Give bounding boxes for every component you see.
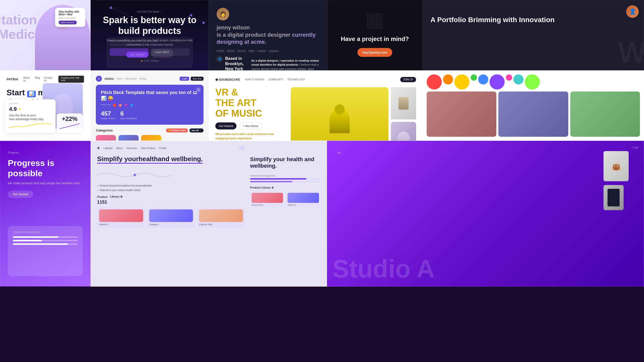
vr-nav-tech[interactable]: TECHNOLOGY bbox=[287, 78, 305, 81]
health-nav-button[interactable]: → bbox=[239, 146, 245, 150]
vr-title: VR & THE ART OF MUSIC bbox=[215, 87, 286, 119]
jenny-link-behance[interactable]: behance bbox=[237, 50, 246, 52]
circle-lime bbox=[525, 74, 540, 89]
vr-buttons: Get Started + See Demo bbox=[215, 122, 286, 129]
health-product-card-1[interactable]: Vitamin C bbox=[97, 207, 145, 228]
pitch-stat-label-1: unique visitors bbox=[101, 117, 115, 120]
health-product-img-1 bbox=[99, 209, 143, 222]
jenny-link-dribbble[interactable]: dribbble bbox=[227, 50, 235, 52]
studio-items: 👜 bbox=[603, 151, 629, 210]
svg-point-8 bbox=[134, 174, 136, 176]
jenny-link-twitter[interactable]: twitter bbox=[249, 50, 255, 52]
meditation-start-btn[interactable]: itation Medicine bbox=[59, 21, 77, 24]
progress-cta-btn[interactable]: Get Started bbox=[8, 191, 33, 198]
jenny-location: 🌐 Based inBrooklyn,New YorkGMT-5 As a di… bbox=[217, 56, 319, 70]
pitch-slidio-icon: S bbox=[96, 76, 102, 82]
health-nav: ⊕ Labeled About Nootropic New Product Pr… bbox=[97, 146, 245, 150]
patria-percent-card: +22% bbox=[57, 113, 83, 133]
patria-rating-num: 4.9 bbox=[9, 106, 17, 112]
pitch-cat-item-3[interactable] bbox=[141, 135, 161, 141]
pitch-stat-label-2: your competitors bbox=[120, 117, 137, 120]
pitch-inner-title: Pitch Deck Template that saves you ton o… bbox=[101, 90, 198, 102]
colorful-photo-3 bbox=[570, 92, 640, 137]
jenny-link-linkedin[interactable]: linkedin bbox=[217, 50, 224, 52]
vr-get-started-btn[interactable]: Get Started bbox=[215, 122, 236, 129]
card-progress: Progress Progress is possible We make pr… bbox=[0, 141, 91, 287]
patria-nav-about[interactable]: About us bbox=[23, 76, 31, 82]
patria-content: PATRIA About us Blog Contact us DOWNLOAD… bbox=[0, 71, 90, 141]
patria-nav-contact[interactable]: Contact us bbox=[44, 76, 53, 82]
card-health: ⊕ Labeled About Nootropic New Product Pr… bbox=[91, 141, 327, 287]
pitch-nav-fullscreen[interactable]: Full product bbox=[125, 77, 137, 80]
portfolio-content: 👤 A Portfolio Brimming with Innovation W bbox=[423, 0, 644, 70]
vr-images: 4.9 ★★★★★ Based on 2,459 reviews bbox=[291, 87, 416, 141]
circle-green bbox=[471, 74, 477, 81]
pitch-close-btn[interactable]: ✕ bbox=[196, 87, 201, 92]
studio-login-btn[interactable]: Login bbox=[633, 146, 639, 149]
studio-bag-illustration: 👜 bbox=[603, 151, 629, 181]
pitch-stat-visitors: 457 unique visitors bbox=[101, 110, 115, 120]
progress-tag: Progress bbox=[8, 151, 83, 154]
health-nav-new[interactable]: New Product bbox=[141, 147, 155, 150]
pitch-see-all-btn[interactable]: See all → bbox=[189, 128, 204, 132]
vr-secondary-images bbox=[391, 87, 416, 141]
health-content: ⊕ Labeled About Nootropic New Product Pr… bbox=[91, 141, 327, 286]
card-colorful bbox=[423, 70, 644, 141]
health-nav-profile[interactable]: Profile bbox=[159, 147, 166, 150]
hp-dots-grid: (function(){ const g = document.currentS… bbox=[367, 14, 382, 29]
card-spark: Let's Get The Spark → Spark is better wa… bbox=[91, 0, 209, 70]
vr-see-demo-btn[interactable]: + See Demo bbox=[239, 122, 262, 129]
pitch-stats: 457 unique visitors 6 your competitors bbox=[101, 110, 198, 120]
vr-nav-community[interactable]: COMMUNITY bbox=[268, 78, 284, 81]
patria-logo: PATRIA bbox=[7, 77, 18, 81]
progress-inner-label: TODAY'S PROGRESS bbox=[13, 231, 78, 234]
vr-join-btn[interactable]: JOIN US bbox=[400, 77, 416, 82]
health-feature-1: ✓ Science-based formulations for persona… bbox=[97, 184, 245, 188]
jenny-location-text: Based inBrooklyn,New YorkGMT-5 bbox=[225, 56, 244, 70]
health-right-product-2[interactable]: Vitamin D bbox=[286, 191, 320, 208]
pitch-cat-item-1[interactable] bbox=[96, 135, 116, 141]
vr-nav-links: HOW IT WORKS COMMUNITY TECHNOLOGY bbox=[245, 78, 305, 81]
pitch-inner-card: ✕ Pitch Deck Template that saves you ton… bbox=[96, 85, 204, 125]
health-right-product-name-2: Vitamin D bbox=[288, 204, 319, 206]
health-product-img-2 bbox=[149, 209, 193, 222]
health-nav-labeled[interactable]: Labeled bbox=[103, 147, 112, 150]
pitch-categories: Categories 🐱 Product Hunt See all → bbox=[96, 128, 204, 141]
pitch-cat-item-2[interactable] bbox=[118, 135, 139, 141]
patria-time-text: Use the time to yourown advantage every … bbox=[9, 114, 52, 121]
pitch-ph-badge[interactable]: 🐱 Product Hunt bbox=[166, 128, 188, 132]
vr-description: We provide users with a truly immersive … bbox=[215, 132, 286, 140]
pitch-nav-about[interactable]: About bbox=[116, 77, 123, 80]
health-right-product-1[interactable]: Calcium Plus bbox=[250, 191, 285, 208]
health-nav-about[interactable]: About bbox=[116, 147, 123, 150]
jenny-link-unsplash[interactable]: unsplash bbox=[257, 50, 266, 52]
pitch-stat-num-1: 457 bbox=[101, 110, 115, 117]
portfolio-w-decoration: W bbox=[618, 35, 644, 70]
patria-nav-blog[interactable]: Blog bbox=[35, 76, 40, 82]
health-nav-nootropic[interactable]: Nootropic bbox=[127, 147, 137, 150]
health-right-features: Science-based approach bbox=[250, 174, 320, 182]
health-product-lib-title: ProductLibrary ⊕ bbox=[97, 195, 245, 198]
patria-download-btn[interactable]: DOWNLOAD THE APP bbox=[58, 76, 84, 83]
patria-nav-links: About us Blog Contact us bbox=[23, 76, 53, 82]
patria-sparkline-svg bbox=[9, 121, 52, 129]
patria-nav: PATRIA About us Blog Contact us DOWNLOAD… bbox=[7, 76, 84, 83]
vr-nav-how[interactable]: HOW IT WORKS bbox=[245, 78, 264, 81]
patria-star-icon: ★ bbox=[18, 107, 21, 111]
progress-inner-card: TODAY'S PROGRESS bbox=[8, 226, 83, 276]
meditation-info-card: Stay healthy with Mind + Med Achieve you… bbox=[55, 8, 85, 27]
pitch-login-btn[interactable]: Login bbox=[180, 77, 189, 81]
patria-ai-icon: 📊 bbox=[27, 91, 36, 97]
pitch-nav-pricing[interactable]: Pricing bbox=[139, 77, 146, 80]
patria-rating: 4.9 ★ bbox=[9, 106, 52, 112]
health-product-card-2[interactable]: Omega 3 bbox=[147, 207, 195, 228]
pitch-cat-actions: 🐱 Product Hunt See all → bbox=[166, 128, 204, 132]
health-product-card-3[interactable]: Calcium Plus bbox=[197, 207, 245, 228]
health-right-product-lib: Product Library ⊕ Calcium Plus Vitamin D bbox=[250, 186, 320, 208]
hp-email-btn[interactable]: hey@jenny.com bbox=[357, 48, 392, 57]
pitch-signup-btn[interactable]: Buy now bbox=[191, 77, 204, 81]
progress-bar-2 bbox=[13, 240, 78, 241]
jenny-link-instagram[interactable]: instagram bbox=[269, 50, 279, 52]
circle-purple bbox=[490, 74, 505, 89]
spark-mockup bbox=[107, 37, 192, 68]
